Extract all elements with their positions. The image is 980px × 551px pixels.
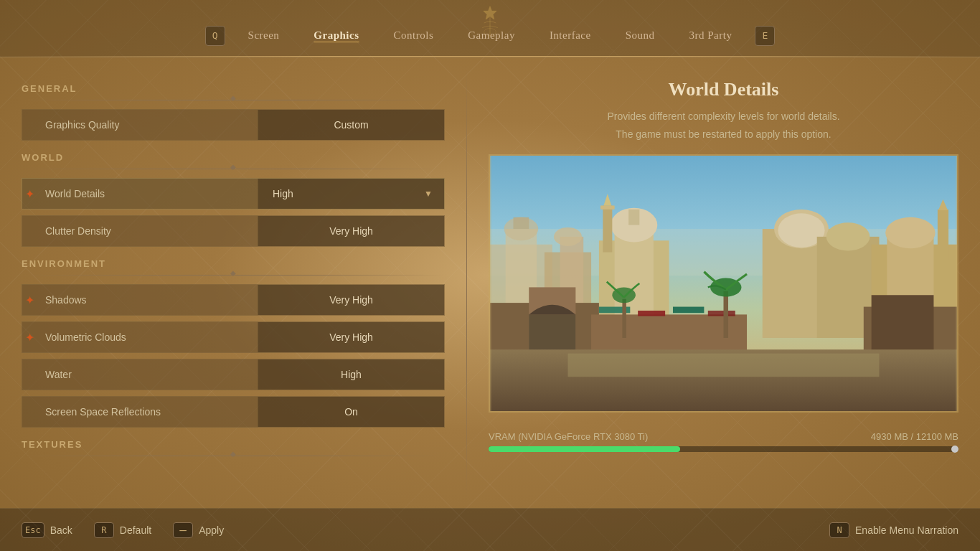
label-clutter-density: Clutter Density <box>37 225 258 237</box>
indicator-shadows: ✦ <box>22 293 37 307</box>
narration-key-badge: N <box>829 522 849 538</box>
svg-rect-42 <box>568 354 880 377</box>
section-divider-environment <box>22 275 445 276</box>
label-graphics-quality: Graphics Quality <box>37 119 258 131</box>
vram-values: 4930 MB / 12100 MB <box>871 431 958 442</box>
back-key-badge: Esc <box>22 522 44 538</box>
setting-row-world-details[interactable]: ✦ World Details High ▼ <box>22 178 445 209</box>
indicator-volumetric-clouds: ✦ <box>22 331 37 344</box>
narration-label: Enable Menu Narration <box>855 524 958 536</box>
value-shadows[interactable]: Very High <box>258 285 444 315</box>
svg-rect-35 <box>724 291 729 338</box>
setting-row-volumetric-clouds[interactable]: ✦ Volumetric Clouds Very High <box>22 321 445 353</box>
svg-rect-6 <box>514 217 529 229</box>
svg-point-21 <box>826 222 870 250</box>
tab-controls[interactable]: Controls <box>377 24 451 47</box>
section-header-world: WORLD <box>22 152 445 163</box>
detail-title: World Details <box>489 79 958 100</box>
section-header-general: GENERAL <box>22 83 445 94</box>
vram-label: VRAM (NVIDIA GeForce RTX 3080 Ti) <box>489 431 648 442</box>
section-world: WORLD ✦ World Details High ▼ Clutter Den… <box>22 152 445 247</box>
default-label: Default <box>120 524 151 536</box>
svg-rect-13 <box>628 209 639 225</box>
right-panel: World Details Provides different complex… <box>467 57 980 508</box>
section-divider-general <box>22 100 445 100</box>
nav-underline <box>0 56 980 57</box>
section-environment: ENVIRONMENT ✦ Shadows Very High ✦ Volume… <box>22 258 445 428</box>
apply-key-badge: — <box>173 522 193 538</box>
svg-rect-15 <box>600 206 615 209</box>
value-screen-space-reflections[interactable]: On <box>258 397 444 427</box>
svg-rect-33 <box>673 307 704 314</box>
svg-rect-25 <box>938 209 948 260</box>
section-general: GENERAL Graphics Quality Custom <box>22 83 445 141</box>
svg-rect-32 <box>638 311 665 316</box>
dropdown-arrow-world-details[interactable]: ▼ <box>421 187 435 201</box>
svg-rect-14 <box>603 206 612 253</box>
value-clutter-density[interactable]: Very High <box>258 216 444 246</box>
tab-gameplay[interactable]: Gameplay <box>451 24 532 47</box>
back-label: Back <box>50 524 72 536</box>
vram-bar-marker <box>951 446 958 453</box>
vram-section: VRAM (NVIDIA GeForce RTX 3080 Ti) 4930 M… <box>489 424 958 452</box>
setting-row-water[interactable]: Water High <box>22 359 445 390</box>
svg-point-24 <box>885 217 935 248</box>
tab-screen[interactable]: Screen <box>231 24 297 47</box>
value-world-details[interactable]: High ▼ <box>258 179 444 209</box>
top-navigation: Q Screen Graphics Controls Gameplay Inte… <box>0 0 980 57</box>
apply-action[interactable]: — Apply <box>173 522 224 538</box>
tab-3rdparty[interactable]: 3rd Party <box>672 24 750 47</box>
preview-container <box>489 154 958 413</box>
setting-row-graphics-quality[interactable]: Graphics Quality Custom <box>22 109 445 141</box>
label-volumetric-clouds: Volumetric Clouds <box>37 331 258 343</box>
nav-key-left: Q <box>205 26 225 46</box>
svg-rect-34 <box>708 311 735 316</box>
indicator-world-details: ✦ <box>22 187 37 201</box>
nav-key-right: E <box>755 26 775 46</box>
section-header-environment: ENVIRONMENT <box>22 258 445 269</box>
vram-bar-track <box>489 446 958 452</box>
label-world-details: World Details <box>37 188 258 199</box>
left-panel: GENERAL Graphics Quality Custom WORLD ✦ … <box>0 57 466 508</box>
svg-rect-37 <box>622 299 626 338</box>
section-divider-world <box>22 169 445 169</box>
setting-row-clutter-density[interactable]: Clutter Density Very High <box>22 215 445 247</box>
value-water[interactable]: High <box>258 359 444 390</box>
tab-interface[interactable]: Interface <box>532 24 608 47</box>
back-action[interactable]: Esc Back <box>22 522 72 538</box>
detail-description: Provides different complexity levels for… <box>489 109 958 124</box>
section-header-textures: TEXTURES <box>22 439 445 450</box>
label-shadows: Shadows <box>37 294 258 306</box>
label-screen-space-reflections: Screen Space Reflections <box>37 406 258 418</box>
label-water: Water <box>37 369 258 380</box>
bottom-bar: Esc Back R Default — Apply N Enable Menu… <box>0 508 980 551</box>
section-textures: TEXTURES <box>22 439 445 456</box>
section-divider-textures <box>22 456 445 456</box>
default-key-badge: R <box>94 522 114 538</box>
vram-bar-fill <box>489 446 680 452</box>
setting-row-shadows[interactable]: ✦ Shadows Very High <box>22 284 445 316</box>
tab-graphics[interactable]: Graphics <box>296 24 376 47</box>
narration-action[interactable]: N Enable Menu Narration <box>829 522 958 538</box>
main-content: GENERAL Graphics Quality Custom WORLD ✦ … <box>0 57 980 508</box>
tab-sound[interactable]: Sound <box>608 24 672 47</box>
setting-row-screen-space-reflections[interactable]: Screen Space Reflections On <box>22 396 445 428</box>
vram-info: VRAM (NVIDIA GeForce RTX 3080 Ti) 4930 M… <box>489 431 958 442</box>
default-action[interactable]: R Default <box>94 522 151 538</box>
detail-warning: The game must be restarted to apply this… <box>489 128 958 140</box>
value-graphics-quality[interactable]: Custom <box>258 110 444 140</box>
value-volumetric-clouds[interactable]: Very High <box>258 322 444 352</box>
apply-label: Apply <box>199 524 224 536</box>
nav-tabs: Q Screen Graphics Controls Gameplay Inte… <box>199 24 781 47</box>
svg-point-9 <box>554 227 582 246</box>
